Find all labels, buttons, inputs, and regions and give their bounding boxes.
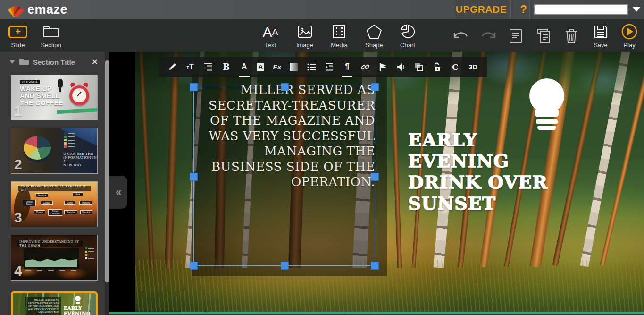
- redo-button[interactable]: [480, 27, 497, 44]
- delete-button[interactable]: [563, 27, 580, 44]
- flag-icon[interactable]: [378, 57, 388, 77]
- play-button[interactable]: Play: [614, 23, 644, 49]
- org-box: America: [36, 193, 48, 197]
- mini-lightbulb-icon: [75, 296, 81, 301]
- text-icon: AA: [263, 23, 278, 41]
- bold-icon[interactable]: B: [221, 57, 231, 77]
- brand-name: emaze: [27, 2, 67, 17]
- edit-pencil-icon[interactable]: [167, 57, 177, 77]
- chart-legend: [85, 247, 94, 261]
- alarm-clock-icon: [69, 85, 89, 105]
- font-size-icon[interactable]: тT: [185, 57, 195, 77]
- sidebar-scrollbar[interactable]: [105, 52, 109, 315]
- slide-number: 4: [14, 263, 22, 279]
- slide-title[interactable]: EARLY EVENING DRINK OVER SUNSET: [408, 129, 548, 214]
- insert-text-button[interactable]: AA Text: [255, 23, 285, 49]
- slide-thumbnail-2[interactable]: U CAN SEE THE INFORMATION IN A NEW WAY 2: [11, 128, 98, 174]
- lightbulb-icon[interactable]: [528, 78, 565, 134]
- sidebar-collapse-handle[interactable]: «: [109, 176, 127, 209]
- shape-icon: [366, 23, 382, 41]
- resize-handle-s[interactable]: [281, 262, 289, 270]
- divider: [529, 0, 530, 19]
- slide-number: 1: [14, 103, 22, 119]
- font-color-icon[interactable]: A: [239, 57, 250, 77]
- opacity-gradient-icon[interactable]: [290, 63, 298, 71]
- highlight-icon[interactable]: A: [257, 63, 264, 71]
- duplicate-button[interactable]: [535, 27, 552, 44]
- arrange-layers-icon[interactable]: [414, 57, 424, 77]
- thumb4-title: IMPROVING UNDERSTANDING BY THE GRAPH: [17, 241, 83, 247]
- paragraph-icon[interactable]: ¶: [342, 57, 352, 77]
- section-collapse-icon[interactable]: [9, 60, 15, 64]
- add-section-button[interactable]: Section: [36, 23, 66, 49]
- resize-handle-se[interactable]: [371, 262, 379, 270]
- slide-thumbnail-1[interactable]: 94 HOURS WAKE UP AND SMELL THE COFFEE 1: [11, 75, 98, 120]
- undo-button[interactable]: [452, 27, 469, 44]
- insert-image-button[interactable]: Image: [290, 23, 320, 49]
- save-icon: [594, 23, 608, 41]
- org-box: China: [64, 201, 75, 205]
- mini-textbox: MILLER SERVED AS SECRETARY-TREASURER OF …: [25, 297, 61, 315]
- notes-button[interactable]: [507, 27, 524, 44]
- help-button[interactable]: ?: [520, 3, 527, 16]
- org-box: United States: [23, 200, 36, 206]
- sidebar-scrollbar-thumb[interactable]: [105, 60, 109, 282]
- effects-icon[interactable]: Fx: [272, 57, 282, 77]
- slide-thumbnail-4[interactable]: IMPROVING UNDERSTANDING BY THE GRAPH 4: [11, 235, 98, 281]
- add-slide-button[interactable]: + Slide: [3, 23, 33, 49]
- rotate-icon[interactable]: C: [450, 57, 460, 77]
- media-icon: [332, 23, 346, 41]
- resize-handle-nw[interactable]: [190, 83, 198, 91]
- area-chart-graphic: [24, 248, 79, 269]
- account-dropdown-caret-icon[interactable]: [633, 7, 640, 12]
- line-spacing-icon[interactable]: [203, 57, 213, 77]
- upgrade-button[interactable]: UPGRADE: [455, 0, 507, 19]
- org-box: Bangkok: [80, 210, 92, 214]
- slide-bottom-edge: [109, 312, 644, 315]
- section-folder-icon: [19, 58, 29, 66]
- insert-media-button[interactable]: Media: [324, 23, 354, 49]
- main-toolbar: + Slide Section AA Text Image Media Shap…: [0, 19, 644, 52]
- link-icon[interactable]: [360, 57, 370, 77]
- resize-handle-n[interactable]: [281, 83, 289, 91]
- top-bar: emaze UPGRADE ?: [0, 0, 644, 19]
- section-close-icon[interactable]: ✕: [92, 57, 98, 67]
- org-box: Canada: [41, 201, 53, 205]
- slide-thumbnail-3[interactable]: THIS FLOWCHART WILL EXPLAIN IT ALL Ameri…: [11, 181, 98, 227]
- selection-box[interactable]: [193, 87, 375, 266]
- indent-icon[interactable]: [324, 57, 335, 77]
- resize-handle-sw[interactable]: [190, 262, 198, 270]
- save-button[interactable]: Save: [585, 23, 616, 49]
- org-box: Ontario: [34, 210, 45, 214]
- editor-canvas: MILLER SERVED AS SECRETARY-TREASURER OF …: [109, 52, 644, 315]
- account-dropdown-input[interactable]: [534, 4, 628, 15]
- insert-shape-button[interactable]: Shape: [359, 23, 389, 49]
- pie-chart-graphic: [24, 136, 51, 160]
- chart-icon: [400, 23, 416, 41]
- org-box: British Columbia: [48, 209, 62, 216]
- emaze-logo[interactable]: emaze: [7, 1, 67, 17]
- 3d-icon[interactable]: 3D: [468, 57, 478, 77]
- resize-handle-e[interactable]: [371, 173, 379, 181]
- resize-handle-ne[interactable]: [371, 83, 379, 91]
- slides-sidebar: Section Title ✕ 94 HOURS WAKE UP AND SME…: [0, 52, 105, 315]
- thumb2-caption: U CAN SEE THE INFORMATION IN A NEW WAY: [63, 152, 97, 167]
- audio-icon[interactable]: [396, 57, 406, 77]
- insert-chart-button[interactable]: Chart: [393, 23, 423, 49]
- image-icon: [297, 23, 312, 41]
- pie-legend: [64, 132, 75, 149]
- shelf-graphic: [57, 108, 98, 114]
- thumb1-badge: 94 HOURS: [20, 80, 40, 84]
- mini-title: EARLY EVENING: [64, 306, 91, 315]
- resize-handle-w[interactable]: [190, 173, 198, 181]
- org-box: Thailand: [79, 201, 92, 205]
- unlock-icon[interactable]: [432, 57, 443, 77]
- slide-thumbnail-5-selected[interactable]: MILLER SERVED AS SECRETARY-TREASURER OF …: [11, 291, 98, 315]
- text-format-toolbar: тT B A A Fx ¶: [159, 57, 487, 77]
- bullet-list-icon[interactable]: [306, 57, 317, 77]
- section-title: Section Title: [33, 58, 75, 66]
- section-folder-icon: [43, 23, 59, 41]
- slide-number: 3: [14, 210, 22, 226]
- slide-stage[interactable]: MILLER SERVED AS SECRETARY-TREASURER OF …: [135, 52, 644, 312]
- slide-number: 2: [14, 156, 22, 172]
